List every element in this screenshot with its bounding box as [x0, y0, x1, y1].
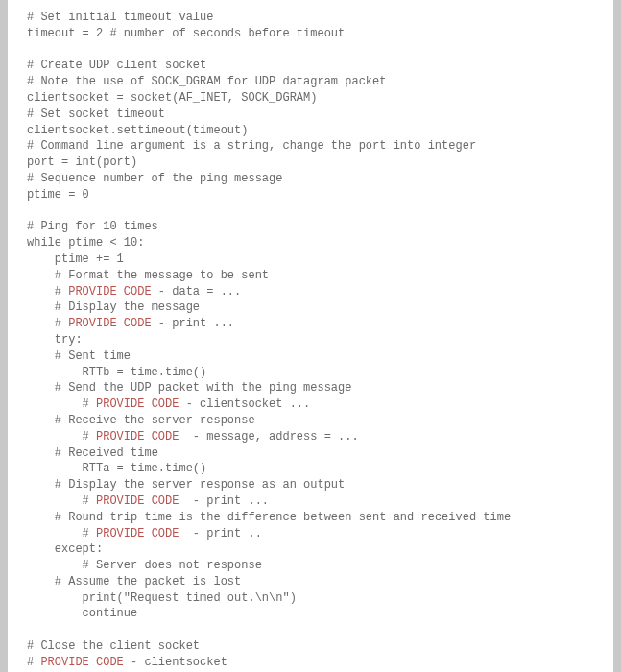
code-line: # PROVIDE CODE - print ...: [27, 316, 594, 332]
code-line: # PROVIDE CODE - print ...: [27, 493, 594, 510]
code-line: # Display the message: [27, 300, 594, 316]
code-line: # Display the server response as an outp…: [27, 477, 594, 493]
code-line: RTTa = time.time(): [27, 461, 594, 477]
provide-code-marker: PROVIDE CODE: [96, 494, 179, 508]
code-line: # Sent time: [27, 348, 594, 365]
provide-code-marker: PROVIDE CODE: [96, 527, 179, 540]
code-line: # PROVIDE CODE - print ..: [27, 526, 594, 542]
code-line: clientsocket.settimeout(timeout): [27, 123, 594, 139]
code-line: # Set socket timeout: [27, 107, 594, 123]
code-line: # PROVIDE CODE - data = ...: [27, 284, 594, 300]
provide-code-marker: PROVIDE CODE: [68, 317, 151, 330]
code-line: ptime = 0: [27, 187, 594, 204]
code-line: # Receive the server response: [27, 413, 594, 429]
code-line: [27, 622, 594, 638]
code-line: # PROVIDE CODE - message, address = ...: [27, 429, 594, 445]
document-frame: # Set initial timeout valuetimeout = 2 #…: [0, 0, 621, 672]
code-line: # Assume the packet is lost: [27, 574, 594, 590]
code-line: timeout = 2 # number of seconds before t…: [27, 26, 594, 42]
code-line: # Received time: [27, 445, 594, 462]
code-line: # Format the message to be sent: [27, 268, 594, 284]
code-line: clientsocket = socket(AF_INET, SOCK_DGRA…: [27, 90, 594, 107]
code-line: # PROVIDE CODE - clientsocket: [27, 655, 594, 671]
code-line: print("Request timed out.\n\n"): [27, 590, 594, 607]
code-line: try:: [27, 332, 594, 348]
code-line: # Note the use of SOCK_DGRAM for UDP dat…: [27, 74, 594, 90]
code-line: continue: [27, 606, 594, 622]
code-line: except:: [27, 541, 594, 558]
code-line: # Sequence number of the ping message: [27, 171, 594, 187]
code-line: # Server does not response: [27, 558, 594, 574]
code-line: # PROVIDE CODE - clientsocket ...: [27, 396, 594, 413]
code-line: port = int(port): [27, 155, 594, 171]
code-line: # Create UDP client socket: [27, 58, 594, 74]
provide-code-marker: PROVIDE CODE: [96, 397, 179, 411]
code-line: # Set initial timeout value: [27, 10, 594, 26]
code-line: RTTb = time.time(): [27, 365, 594, 381]
code-line: while ptime < 10:: [27, 235, 594, 252]
code-line: [27, 204, 594, 220]
code-line: # Send the UDP packet with the ping mess…: [27, 380, 594, 396]
code-line: # Round trip time is the difference betw…: [27, 510, 594, 526]
code-line: ptime += 1: [27, 252, 594, 268]
code-line: # Ping for 10 times: [27, 219, 594, 235]
provide-code-marker: PROVIDE CODE: [40, 656, 123, 669]
code-block: # Set initial timeout valuetimeout = 2 #…: [27, 10, 594, 671]
provide-code-marker: PROVIDE CODE: [68, 285, 151, 299]
code-line: # Close the client socket: [27, 638, 594, 655]
code-line: [27, 42, 594, 59]
provide-code-marker: PROVIDE CODE: [96, 430, 179, 444]
code-line: # Command line argument is a string, cha…: [27, 138, 594, 155]
code-page: # Set initial timeout valuetimeout = 2 #…: [8, 0, 613, 672]
